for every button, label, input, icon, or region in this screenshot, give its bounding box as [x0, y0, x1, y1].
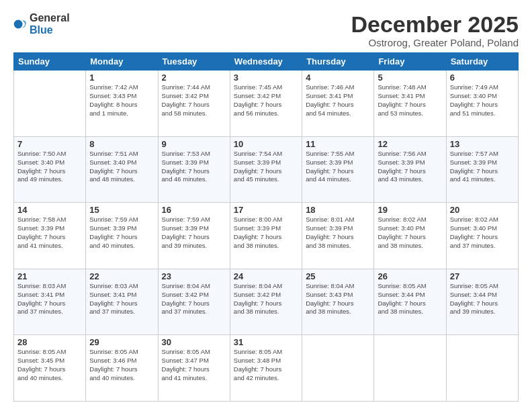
logo: General Blue: [13, 12, 70, 36]
day-info-2-2: Sunrise: 7:59 AMSunset: 3:39 PMDaylight:…: [162, 216, 226, 250]
cell-0-0: [14, 71, 86, 137]
day-info-4-0: Sunrise: 8:05 AMSunset: 3:45 PMDaylight:…: [17, 348, 82, 382]
week-row-0: 1Sunrise: 7:42 AMSunset: 3:43 PMDaylight…: [14, 71, 519, 137]
day-info-0-5: Sunrise: 7:48 AMSunset: 3:41 PMDaylight:…: [378, 83, 442, 118]
cell-4-3: 31Sunrise: 8:05 AMSunset: 3:48 PMDayligh…: [230, 335, 302, 402]
day-number-0-1: 1: [89, 73, 154, 83]
day-number-2-4: 18: [306, 205, 370, 215]
day-number-1-3: 10: [234, 139, 298, 149]
cell-4-1: 29Sunrise: 8:05 AMSunset: 3:46 PMDayligh…: [86, 335, 158, 402]
cell-2-5: 19Sunrise: 8:02 AMSunset: 3:40 PMDayligh…: [374, 203, 446, 269]
cell-3-0: 21Sunrise: 8:03 AMSunset: 3:41 PMDayligh…: [14, 269, 86, 335]
day-info-1-4: Sunrise: 7:55 AMSunset: 3:39 PMDaylight:…: [306, 150, 370, 184]
day-info-4-1: Sunrise: 8:05 AMSunset: 3:46 PMDaylight:…: [89, 348, 154, 382]
day-number-1-6: 13: [450, 139, 515, 149]
day-number-3-5: 26: [378, 271, 442, 281]
day-number-4-1: 29: [89, 337, 154, 347]
cell-2-6: 20Sunrise: 8:02 AMSunset: 3:40 PMDayligh…: [446, 203, 518, 269]
cell-2-3: 17Sunrise: 8:00 AMSunset: 3:39 PMDayligh…: [230, 203, 302, 269]
day-number-4-0: 28: [17, 337, 82, 347]
day-number-0-2: 2: [162, 73, 226, 83]
logo-text-general: General: [30, 12, 70, 24]
calendar-subtitle: Ostrorog, Greater Poland, Poland: [351, 37, 519, 48]
cell-0-5: 5Sunrise: 7:48 AMSunset: 3:41 PMDaylight…: [374, 71, 446, 137]
cell-4-5: [374, 335, 446, 402]
day-number-2-1: 15: [89, 205, 154, 215]
day-number-1-2: 9: [162, 139, 226, 149]
cell-1-6: 13Sunrise: 7:57 AMSunset: 3:39 PMDayligh…: [446, 136, 518, 203]
day-info-2-1: Sunrise: 7:59 AMSunset: 3:39 PMDaylight:…: [89, 216, 154, 250]
cell-0-2: 2Sunrise: 7:44 AMSunset: 3:42 PMDaylight…: [158, 71, 230, 137]
page: General Blue December 2025 Ostrorog, Gre…: [0, 0, 532, 411]
cell-4-4: [302, 335, 374, 402]
day-number-3-4: 25: [306, 271, 370, 281]
col-thursday: Thursday: [302, 53, 374, 71]
day-number-3-3: 24: [234, 271, 298, 281]
cell-1-3: 10Sunrise: 7:54 AMSunset: 3:39 PMDayligh…: [230, 136, 302, 203]
cell-1-2: 9Sunrise: 7:53 AMSunset: 3:39 PMDaylight…: [158, 136, 230, 203]
day-info-4-2: Sunrise: 8:05 AMSunset: 3:47 PMDaylight:…: [162, 348, 226, 382]
day-number-0-6: 6: [450, 73, 515, 83]
cell-0-4: 4Sunrise: 7:46 AMSunset: 3:41 PMDaylight…: [302, 71, 374, 137]
cell-2-0: 14Sunrise: 7:58 AMSunset: 3:39 PMDayligh…: [14, 203, 86, 269]
day-info-1-5: Sunrise: 7:56 AMSunset: 3:39 PMDaylight:…: [378, 150, 442, 184]
day-info-0-6: Sunrise: 7:49 AMSunset: 3:40 PMDaylight:…: [450, 83, 515, 118]
day-info-2-3: Sunrise: 8:00 AMSunset: 3:39 PMDaylight:…: [234, 216, 298, 250]
day-info-1-6: Sunrise: 7:57 AMSunset: 3:39 PMDaylight:…: [450, 150, 515, 184]
cell-1-5: 12Sunrise: 7:56 AMSunset: 3:39 PMDayligh…: [374, 136, 446, 203]
calendar-header-row: Sunday Monday Tuesday Wednesday Thursday…: [14, 53, 519, 71]
week-row-1: 7Sunrise: 7:50 AMSunset: 3:40 PMDaylight…: [14, 136, 519, 203]
day-info-3-3: Sunrise: 8:04 AMSunset: 3:42 PMDaylight:…: [234, 282, 298, 316]
day-number-2-2: 16: [162, 205, 226, 215]
header: General Blue December 2025 Ostrorog, Gre…: [13, 12, 519, 48]
logo-icon: [13, 17, 27, 31]
day-number-1-4: 11: [306, 139, 370, 149]
day-info-2-5: Sunrise: 8:02 AMSunset: 3:40 PMDaylight:…: [378, 216, 442, 250]
cell-2-1: 15Sunrise: 7:59 AMSunset: 3:39 PMDayligh…: [86, 203, 158, 269]
day-info-1-1: Sunrise: 7:51 AMSunset: 3:40 PMDaylight:…: [89, 150, 154, 184]
cell-3-1: 22Sunrise: 8:03 AMSunset: 3:41 PMDayligh…: [86, 269, 158, 335]
calendar-title: December 2025: [351, 12, 519, 37]
cell-0-3: 3Sunrise: 7:45 AMSunset: 3:42 PMDaylight…: [230, 71, 302, 137]
day-number-2-6: 20: [450, 205, 515, 215]
day-number-4-2: 30: [162, 337, 226, 347]
logo-text-blue: Blue: [30, 24, 53, 36]
day-number-3-0: 21: [17, 271, 82, 281]
day-info-1-2: Sunrise: 7:53 AMSunset: 3:39 PMDaylight:…: [162, 150, 226, 184]
cell-1-0: 7Sunrise: 7:50 AMSunset: 3:40 PMDaylight…: [14, 136, 86, 203]
col-saturday: Saturday: [446, 53, 518, 71]
cell-3-6: 27Sunrise: 8:05 AMSunset: 3:44 PMDayligh…: [446, 269, 518, 335]
day-info-3-2: Sunrise: 8:04 AMSunset: 3:42 PMDaylight:…: [162, 282, 226, 316]
cell-0-6: 6Sunrise: 7:49 AMSunset: 3:40 PMDaylight…: [446, 71, 518, 137]
calendar-table: Sunday Monday Tuesday Wednesday Thursday…: [13, 52, 519, 402]
cell-1-4: 11Sunrise: 7:55 AMSunset: 3:39 PMDayligh…: [302, 136, 374, 203]
day-info-3-6: Sunrise: 8:05 AMSunset: 3:44 PMDaylight:…: [450, 282, 515, 316]
day-info-2-6: Sunrise: 8:02 AMSunset: 3:40 PMDaylight:…: [450, 216, 515, 250]
cell-3-3: 24Sunrise: 8:04 AMSunset: 3:42 PMDayligh…: [230, 269, 302, 335]
col-wednesday: Wednesday: [230, 53, 302, 71]
cell-3-2: 23Sunrise: 8:04 AMSunset: 3:42 PMDayligh…: [158, 269, 230, 335]
day-number-0-3: 3: [234, 73, 298, 83]
day-info-2-0: Sunrise: 7:58 AMSunset: 3:39 PMDaylight:…: [17, 216, 82, 250]
col-sunday: Sunday: [14, 53, 86, 71]
day-number-1-5: 12: [378, 139, 442, 149]
day-info-3-0: Sunrise: 8:03 AMSunset: 3:41 PMDaylight:…: [17, 282, 82, 316]
day-number-0-5: 5: [378, 73, 442, 83]
cell-4-0: 28Sunrise: 8:05 AMSunset: 3:45 PMDayligh…: [14, 335, 86, 402]
week-row-4: 28Sunrise: 8:05 AMSunset: 3:45 PMDayligh…: [14, 335, 519, 402]
day-number-2-5: 19: [378, 205, 442, 215]
day-info-0-2: Sunrise: 7:44 AMSunset: 3:42 PMDaylight:…: [162, 83, 226, 118]
day-number-1-1: 8: [89, 139, 154, 149]
day-number-3-6: 27: [450, 271, 515, 281]
col-tuesday: Tuesday: [158, 53, 230, 71]
day-number-2-0: 14: [17, 205, 82, 215]
cell-1-1: 8Sunrise: 7:51 AMSunset: 3:40 PMDaylight…: [86, 136, 158, 203]
day-number-2-3: 17: [234, 205, 298, 215]
col-monday: Monday: [86, 53, 158, 71]
col-friday: Friday: [374, 53, 446, 71]
day-number-3-1: 22: [89, 271, 154, 281]
cell-3-4: 25Sunrise: 8:04 AMSunset: 3:43 PMDayligh…: [302, 269, 374, 335]
week-row-2: 14Sunrise: 7:58 AMSunset: 3:39 PMDayligh…: [14, 203, 519, 269]
day-number-0-4: 4: [306, 73, 370, 83]
day-info-1-3: Sunrise: 7:54 AMSunset: 3:39 PMDaylight:…: [234, 150, 298, 184]
